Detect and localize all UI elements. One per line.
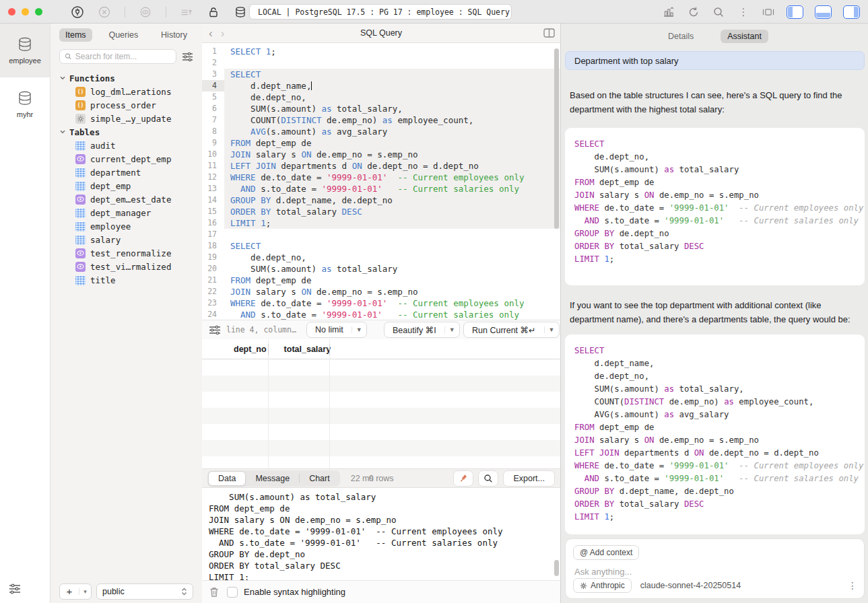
tree-item-dept-emp[interactable]: dept_emp	[51, 179, 202, 192]
tree-item-dept-manager[interactable]: dept_manager	[51, 206, 202, 219]
limit-select[interactable]: No limit ▼	[306, 322, 367, 338]
minimize-window-button[interactable]	[22, 8, 29, 15]
tab-details[interactable]: Details	[661, 30, 700, 43]
editor-scrollbar[interactable]	[554, 48, 559, 229]
search-icon[interactable]	[712, 5, 725, 19]
item-search-field[interactable]	[59, 49, 176, 64]
tree-item-current-dept-emp[interactable]: current_dept_emp	[51, 152, 202, 166]
table-row[interactable]	[202, 408, 560, 424]
tree-item-audit[interactable]: audit	[51, 139, 202, 152]
trash-icon[interactable]	[209, 586, 220, 598]
editor-line[interactable]: 12WHERE de.to_date = '9999-01-01' -- Cur…	[202, 172, 560, 183]
rail-filter-icon[interactable]	[8, 583, 22, 595]
editor-line[interactable]: 20 SUM(s.amount) as total_salary	[202, 263, 560, 275]
editor-line[interactable]: 4 d.dept_name,	[202, 80, 560, 92]
split-view-icon[interactable]	[543, 28, 555, 38]
tree-item-log-dml-erations[interactable]: ()log_dml…erations	[51, 85, 202, 98]
pin-result-button[interactable]	[453, 470, 473, 487]
close-window-button[interactable]	[8, 8, 15, 15]
editor-line[interactable]: 5 de.dept_no,	[202, 92, 560, 103]
editor-line[interactable]: 22JOIN salary s ON de.emp_no = s.emp_no	[202, 286, 560, 297]
database-icon[interactable]	[234, 5, 247, 19]
connection-myhr[interactable]: myhr	[0, 77, 50, 131]
connection-employee[interactable]: employee	[0, 24, 50, 77]
disconnect-icon[interactable]	[98, 5, 111, 19]
table-row[interactable]	[202, 424, 560, 440]
add-context-button[interactable]: @ Add context	[573, 545, 639, 560]
tree-item-dept-em-est-date[interactable]: dept_em…est_date	[51, 192, 202, 206]
editor-line[interactable]: 1SELECT 1;	[202, 46, 560, 57]
table-row[interactable]	[202, 440, 560, 456]
more-options-icon[interactable]: ⋮	[848, 580, 857, 591]
editor-line[interactable]: 18SELECT	[202, 240, 560, 252]
tree-item-department[interactable]: department	[51, 166, 202, 179]
editor-line[interactable]: 6 SUM(s.amount) as total_salary,	[202, 103, 560, 114]
table-row[interactable]	[202, 392, 560, 408]
provider-chip[interactable]: Anthropic	[573, 578, 632, 593]
tab-history[interactable]: History	[155, 28, 193, 42]
editor-line[interactable]: 23WHERE de.to_date = '9999-01-01' -- Cur…	[202, 297, 560, 309]
zoom-window-button[interactable]	[35, 8, 42, 15]
editor-line[interactable]: 9FROM dept_emp de	[202, 137, 560, 149]
commit-icon[interactable]	[180, 5, 193, 19]
tab-items[interactable]: Items	[59, 28, 92, 42]
chart-icon[interactable]	[662, 5, 675, 19]
statusbar-filter-icon[interactable]	[209, 325, 221, 335]
syntax-highlighting-checkbox[interactable]	[227, 587, 238, 598]
editor-line[interactable]: 2	[202, 57, 560, 69]
toggle-bottom-panel-button[interactable]	[815, 5, 832, 19]
editor-line[interactable]: 24 AND s.to_date = '9999-01-01' -- Curre…	[202, 309, 560, 320]
editor-line[interactable]: 16LIMIT 1;	[202, 217, 560, 229]
message-scrollbar[interactable]	[554, 560, 559, 576]
beautify-button[interactable]: Beautify ⌘I ▼	[384, 322, 460, 338]
back-icon[interactable]: ‹	[205, 28, 217, 39]
editor-line[interactable]: 14GROUP BY d.dept_name, de.dept_no	[202, 194, 560, 206]
sql-code-block[interactable]: SELECT d.dept_name, de.dept_no, SUM(s.am…	[565, 334, 865, 534]
tree-section-functions[interactable]: Functions	[51, 71, 202, 85]
chevron-down-icon[interactable]: ▾	[79, 588, 91, 595]
tree-item-title[interactable]: title	[51, 273, 202, 287]
editor-line[interactable]: 8 AVG(s.amount) as avg_salary	[202, 126, 560, 137]
editor-line[interactable]: 13 AND s.to_date = '9999-01-01' -- Curre…	[202, 183, 560, 194]
table-row[interactable]	[202, 359, 560, 376]
ask-input[interactable]: Ask anything...	[574, 567, 632, 577]
connection-icon[interactable]	[71, 5, 84, 19]
run-current-button[interactable]: Run Current ⌘↵ ▼	[463, 322, 560, 338]
tree-item-salary[interactable]: salary	[51, 233, 202, 246]
message-panel[interactable]: SUM(s.amount) as total_salaryFROM dept_e…	[202, 488, 560, 580]
column-header-total-salary[interactable]: total_salary	[267, 345, 331, 354]
editor-line[interactable]: 15ORDER BY total_salary DESC	[202, 206, 560, 217]
editor-line[interactable]: 11LEFT JOIN departments d ON de.dept_no …	[202, 160, 560, 172]
tree-item-employee[interactable]: employee	[51, 219, 202, 233]
editor-line[interactable]: 3SELECT	[202, 69, 560, 80]
tab-queries[interactable]: Queries	[102, 28, 144, 42]
tree-section-tables[interactable]: Tables	[51, 125, 202, 139]
search-input[interactable]	[75, 52, 171, 61]
editor-line[interactable]: 17	[202, 229, 560, 240]
tree-item-simple-y-update[interactable]: simple_…y_update	[51, 112, 202, 125]
sql-code-block[interactable]: SELECT de.dept_no, SUM(s.amount) as tota…	[565, 128, 865, 285]
editor-line[interactable]: 21FROM dept_emp de	[202, 275, 560, 286]
lock-icon[interactable]	[207, 5, 220, 19]
search-results-button[interactable]	[478, 470, 498, 487]
add-item-button[interactable]: + ▾	[59, 583, 92, 600]
tab-message[interactable]: Message	[246, 471, 299, 486]
export-button[interactable]: Export...	[503, 470, 555, 487]
sql-editor[interactable]: 1SELECT 1;2 3SELECT4 d.dept_name,5 de.de…	[202, 43, 560, 320]
table-row[interactable]	[202, 376, 560, 392]
conversation-topic[interactable]: Department with top salary	[565, 51, 865, 70]
refresh-icon[interactable]	[687, 5, 700, 19]
tab-data[interactable]: Data	[208, 471, 246, 486]
editor-line[interactable]: 10JOIN salary s ON de.emp_no = s.emp_no	[202, 149, 560, 160]
tab-assistant[interactable]: Assistant	[721, 30, 768, 43]
toggle-left-panel-button[interactable]	[787, 5, 803, 19]
editor-line[interactable]: 19 de.dept_no,	[202, 252, 560, 263]
sidebar-filter-icon[interactable]	[182, 52, 193, 62]
tab-chart[interactable]: Chart	[300, 471, 339, 486]
more-options-icon[interactable]: ⋮	[737, 5, 750, 19]
tree-item-test-vi-rmalized[interactable]: test_vi…rmalized	[51, 260, 202, 273]
schema-select[interactable]: public	[96, 583, 193, 600]
editor-line[interactable]: 7 COUNT(DISTINCT de.emp_no) as employee_…	[202, 114, 560, 126]
column-header-dept-no[interactable]: dept_no	[202, 345, 267, 354]
window-layout-icon[interactable]	[762, 5, 775, 19]
